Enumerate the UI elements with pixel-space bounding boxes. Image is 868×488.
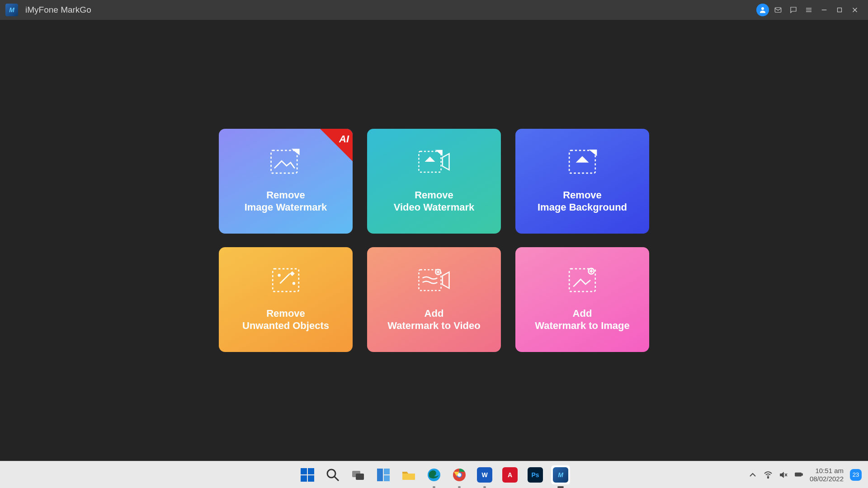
svg-rect-28 <box>384 469 390 474</box>
tile-title-line2: Watermark to Video <box>387 319 480 332</box>
tile-title-line2: Image Watermark <box>245 201 327 214</box>
app-window: M iMyFone MarkGo AI <box>0 0 868 461</box>
tile-add-watermark-to-video[interactable]: Add Watermark to Video <box>367 247 501 352</box>
mail-icon <box>774 6 782 14</box>
maximize-icon <box>835 6 844 14</box>
volume-button[interactable] <box>779 470 788 479</box>
app-title: iMyFone MarkGo <box>25 5 91 15</box>
tile-title-line1: Remove <box>563 189 602 202</box>
minimize-button[interactable] <box>816 2 832 18</box>
widgets-button[interactable] <box>374 465 393 484</box>
svg-point-0 <box>761 7 764 10</box>
tile-add-watermark-to-image[interactable]: Add Watermark to Image <box>515 247 649 352</box>
acrobat-button[interactable]: A <box>500 465 519 484</box>
acrobat-icon: A <box>502 467 518 483</box>
svg-rect-6 <box>838 8 842 12</box>
tile-remove-video-watermark[interactable]: Remove Video Watermark <box>367 129 501 234</box>
account-button[interactable] <box>755 2 770 18</box>
clock-time: 10:51 am <box>810 467 844 474</box>
edge-button[interactable] <box>425 465 443 484</box>
edge-icon <box>426 467 442 483</box>
image-watermark-icon <box>265 143 306 181</box>
svg-rect-29 <box>384 475 390 481</box>
wifi-button[interactable] <box>764 470 773 479</box>
notification-count: 23 <box>853 471 859 478</box>
chrome-icon <box>452 467 467 483</box>
file-explorer-button[interactable] <box>399 465 418 484</box>
start-button[interactable] <box>298 465 317 484</box>
minimize-icon <box>820 6 828 14</box>
folder-icon <box>401 467 416 483</box>
photoshop-button[interactable]: Ps <box>526 465 545 484</box>
tile-remove-unwanted-objects[interactable]: Remove Unwanted Objects <box>219 247 353 352</box>
feedback-button[interactable] <box>786 2 801 18</box>
image-background-icon <box>562 143 603 181</box>
user-icon <box>756 4 769 16</box>
clock-date: 08/02/2022 <box>810 475 844 483</box>
tile-remove-image-watermark[interactable]: AI Remove Image Watermark <box>219 129 353 234</box>
video-watermark-icon <box>414 143 454 181</box>
magic-eraser-icon <box>265 261 306 299</box>
markgo-taskbar-button[interactable]: M <box>551 465 570 484</box>
close-icon <box>851 6 859 14</box>
taskbar-clock[interactable]: 10:51 am 08/02/2022 <box>810 467 844 483</box>
widgets-icon <box>376 467 391 483</box>
system-tray: 10:51 am 08/02/2022 23 <box>748 461 862 488</box>
maximize-button[interactable] <box>832 2 847 18</box>
svg-rect-12 <box>273 268 299 291</box>
svg-rect-26 <box>356 474 364 480</box>
menu-button[interactable] <box>801 2 816 18</box>
chevron-up-icon <box>748 470 757 479</box>
svg-rect-39 <box>796 474 801 476</box>
mail-button[interactable] <box>770 2 786 18</box>
ai-badge: AI <box>320 129 353 161</box>
svg-rect-27 <box>377 469 383 481</box>
add-image-watermark-icon <box>562 261 603 299</box>
photoshop-icon: Ps <box>528 467 543 483</box>
volume-mute-icon <box>779 470 788 479</box>
taskbar-pinned-apps: W A Ps M <box>298 461 570 488</box>
tile-title-line2: Watermark to Image <box>535 319 629 332</box>
tile-title-line1: Add <box>425 307 444 320</box>
app-body: AI Remove Image Watermark <box>0 20 868 461</box>
svg-point-23 <box>327 469 335 478</box>
svg-rect-19 <box>301 468 307 474</box>
windows-icon <box>300 467 315 483</box>
svg-rect-22 <box>308 475 314 482</box>
word-button[interactable]: W <box>475 465 494 484</box>
battery-icon <box>794 470 803 479</box>
chrome-button[interactable] <box>450 465 469 484</box>
svg-point-13 <box>278 274 280 276</box>
tile-title-line2: Unwanted Objects <box>242 319 329 332</box>
svg-rect-20 <box>308 468 314 474</box>
chat-icon <box>789 6 797 14</box>
task-view-button[interactable] <box>349 465 368 484</box>
svg-rect-21 <box>301 475 307 482</box>
tile-title-line1: Remove <box>415 189 453 202</box>
search-button[interactable] <box>323 465 342 484</box>
tray-overflow-button[interactable] <box>748 470 757 479</box>
app-logo-icon: M <box>5 4 18 16</box>
search-icon <box>325 467 340 483</box>
hamburger-icon <box>805 6 813 14</box>
svg-point-34 <box>768 477 769 478</box>
titlebar: M iMyFone MarkGo <box>0 0 868 20</box>
task-view-icon <box>350 467 366 483</box>
battery-button[interactable] <box>794 470 803 479</box>
taskbar: W A Ps M 10:51 am 08/02/2022 23 <box>0 461 868 488</box>
tile-title-line2: Image Background <box>538 201 627 214</box>
notification-center-button[interactable]: 23 <box>850 469 862 481</box>
tile-remove-image-background[interactable]: Remove Image Background <box>515 129 649 234</box>
add-video-watermark-icon <box>414 261 454 299</box>
tile-title-line1: Remove <box>266 189 305 202</box>
tile-title-line2: Video Watermark <box>394 201 475 214</box>
tile-title-line1: Add <box>573 307 592 320</box>
svg-rect-38 <box>802 474 802 476</box>
svg-point-14 <box>293 282 295 284</box>
markgo-icon: M <box>553 467 568 483</box>
word-icon: W <box>477 467 492 483</box>
wifi-icon <box>764 470 773 479</box>
svg-rect-9 <box>271 150 297 173</box>
svg-line-24 <box>335 477 339 481</box>
close-button[interactable] <box>847 2 863 18</box>
